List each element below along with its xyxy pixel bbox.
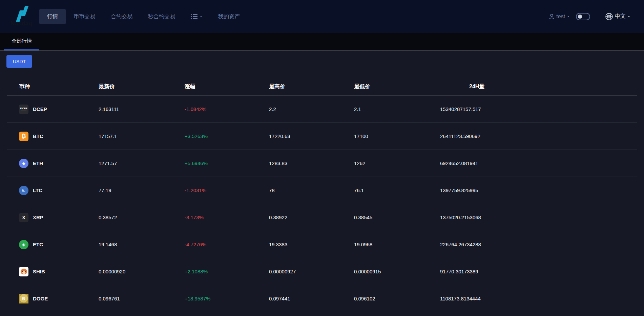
table-row[interactable]: DCEPDCEP2.163111-1.0842%2.22.11534028715… (7, 96, 637, 123)
last-price: 19.1468 (99, 242, 185, 247)
language-selector[interactable]: 中文 ▼ (605, 13, 630, 21)
coin-cell: ◆ETH (19, 159, 99, 168)
xrp-icon: X (19, 213, 28, 222)
high-price: 17220.63 (269, 133, 354, 139)
last-price: 0.096761 (99, 296, 185, 301)
usdt-filter-button[interactable]: USDT (6, 55, 32, 68)
change-percent: +18.9587% (185, 296, 269, 301)
tab-all-markets[interactable]: 全部行情 (4, 33, 39, 50)
volume-24h: 15340287157.517 (440, 106, 637, 112)
market-tabbar: 全部行情 (0, 33, 644, 51)
coin-cell: XXRP (19, 213, 99, 222)
globe-icon (605, 13, 613, 21)
high-price: 0.00000927 (269, 269, 354, 274)
table-row[interactable]: XXRP0.38572-3.173%0.389220.385451375020.… (7, 204, 637, 231)
high-price: 19.3383 (269, 242, 354, 247)
low-price: 0.00000915 (354, 269, 440, 274)
col-header-high: 最高价 (269, 83, 354, 90)
change-percent: -1.0842% (185, 106, 269, 112)
nav-item-menu[interactable]: ▼ (183, 9, 210, 24)
coin-cell: ŁLTC (19, 186, 99, 195)
coin-cell: ₿BTC (19, 132, 99, 141)
nav-item-秒合约交易[interactable]: 秒合约交易 (140, 9, 183, 24)
coin-cell: DCEPDCEP (19, 105, 99, 114)
coin-symbol: ETC (33, 242, 43, 247)
btc-icon: ₿ (19, 132, 28, 141)
low-price: 17100 (354, 133, 440, 139)
language-label: 中文 (615, 13, 626, 20)
change-percent: -3.173% (185, 215, 269, 220)
table-row[interactable]: ◈ETC19.1468-4.7276%19.338319.0968226764.… (7, 231, 637, 258)
col-header-change: 涨幅 (185, 83, 269, 90)
change-percent: +3.5263% (185, 133, 269, 139)
volume-24h: 1397759.825995 (440, 187, 637, 193)
coin-symbol: DCEP (33, 106, 47, 112)
dcep-icon: DCEP (19, 105, 28, 114)
etc-icon: ◈ (19, 240, 28, 249)
list-menu-icon (191, 14, 198, 19)
high-price: 0.097441 (269, 296, 354, 301)
chevron-down-icon: ▼ (567, 15, 570, 18)
market-table-body: DCEPDCEP2.163111-1.0842%2.22.11534028715… (0, 96, 644, 312)
top-navbar: Nasdaq 行情币币交易合约交易秒合约交易▼我的资产 test ▼ (0, 0, 644, 33)
volume-24h: 6924652.081941 (440, 160, 637, 166)
table-row[interactable]: ĐDOGE0.096761+18.9587%0.0974410.09610211… (7, 285, 637, 312)
high-price: 1283.83 (269, 160, 354, 166)
coin-symbol: LTC (33, 187, 42, 193)
table-header: 币种 最新价 涨幅 最高价 最低价 24H量 (7, 78, 637, 96)
low-price: 76.1 (354, 187, 440, 193)
brand-name: Nasdaq (11, 20, 32, 27)
low-price: 19.0968 (354, 242, 440, 247)
last-price: 0.38572 (99, 215, 185, 220)
change-percent: -1.2031% (185, 187, 269, 193)
main-nav: 行情币币交易合约交易秒合约交易▼我的资产 (39, 9, 248, 24)
nav-item-合约交易[interactable]: 合约交易 (103, 9, 140, 24)
nav-item-币币交易[interactable]: 币币交易 (66, 9, 103, 24)
high-price: 0.38922 (269, 215, 354, 220)
market-content: USDT 币种 最新价 涨幅 最高价 最低价 24H量 DCEPDCEP2.16… (0, 55, 644, 312)
user-menu[interactable]: test ▼ (549, 14, 570, 20)
nav-item-行情[interactable]: 行情 (39, 9, 66, 24)
nav-item-我的资产[interactable]: 我的资产 (210, 9, 248, 24)
coin-symbol: ETH (33, 160, 43, 166)
low-price: 0.096102 (354, 296, 440, 301)
volume-24h: 91770.30173389 (440, 269, 637, 274)
col-header-volume: 24H量 (440, 83, 484, 90)
change-percent: +5.6946% (185, 160, 269, 166)
nasdaq-logo-icon (14, 6, 29, 22)
ltc-icon: Ł (19, 186, 28, 195)
table-row[interactable]: ŁLTC77.19-1.2031%7876.11397759.825995 (7, 177, 637, 204)
volume-24h: 1108173.8134444 (440, 296, 637, 301)
table-row[interactable]: ◆ETH1271.57+5.6946%1283.8312626924652.08… (7, 150, 637, 177)
low-price: 2.1 (354, 106, 440, 112)
last-price: 0.00000920 (99, 269, 185, 274)
high-price: 78 (269, 187, 354, 193)
volume-24h: 1375020.2153068 (440, 215, 637, 220)
last-price: 2.163111 (99, 106, 185, 112)
user-name: test (556, 14, 565, 20)
last-price: 1271.57 (99, 160, 185, 166)
doge-icon: Đ (19, 294, 28, 303)
navbar-right: test ▼ 中文 ▼ (549, 13, 630, 21)
low-price: 1262 (354, 160, 440, 166)
col-header-coin: 币种 (19, 83, 99, 90)
brand-logo[interactable]: Nasdaq (8, 6, 35, 27)
chevron-down-icon: ▼ (200, 10, 203, 22)
low-price: 0.38545 (354, 215, 440, 220)
toggle-knob (578, 15, 582, 19)
last-price: 77.19 (99, 187, 185, 193)
volume-24h: 226764.26734288 (440, 242, 637, 247)
eth-icon: ◆ (19, 159, 28, 168)
table-row[interactable]: SHIB0.00000920+2.1088%0.000009270.000009… (7, 258, 637, 285)
coin-symbol: XRP (33, 215, 43, 220)
coin-symbol: BTC (33, 133, 43, 139)
coin-cell: ĐDOGE (19, 294, 99, 303)
coin-cell: SHIB (19, 267, 99, 276)
user-icon (549, 14, 555, 20)
theme-toggle[interactable] (576, 13, 590, 20)
change-percent: +2.1088% (185, 269, 269, 274)
coin-symbol: DOGE (33, 296, 48, 301)
table-row[interactable]: ₿BTC17157.1+3.5263%17220.631710026411123… (7, 123, 637, 150)
col-header-last: 最新价 (99, 83, 185, 90)
coin-symbol: SHIB (33, 269, 45, 274)
